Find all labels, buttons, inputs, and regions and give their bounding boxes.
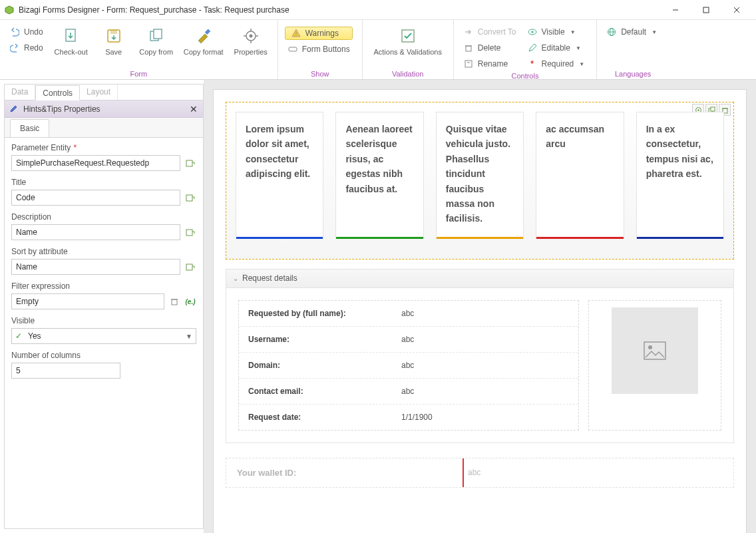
expression-editor-icon[interactable]: (e.) [184,295,196,307]
columns-input[interactable] [11,363,120,379]
save-button[interactable]: Save [93,23,135,56]
rename-button[interactable]: Rename [461,57,519,71]
svg-rect-41 [644,342,665,359]
tab-controls[interactable]: Controls [35,85,80,100]
svg-rect-33 [172,299,177,305]
ribbon-group-controls-label: Controls [459,71,591,80]
editable-dropdown[interactable]: Editable▼ [524,41,588,55]
titlebar: Bizagi Forms Designer - Form: Request_pu… [0,0,756,20]
svg-text:!: ! [295,31,297,37]
visible-select[interactable]: Yes [11,328,196,344]
description-input[interactable] [11,224,180,240]
svg-rect-32 [186,264,192,270]
svg-marker-0 [5,6,13,14]
form-page: Lorem ipsum dolor sit amet, consectetur … [213,89,747,533]
property-tab-basic[interactable]: Basic [10,119,49,137]
ribbon-group-languages-label: Languages [602,69,663,78]
check-icon [399,27,417,45]
sort-by-input[interactable] [11,259,180,275]
svg-point-42 [648,345,652,349]
svg-point-12 [249,35,252,38]
image-placeholder-box[interactable] [588,300,721,431]
window-minimize-button[interactable] [660,0,691,20]
table-row[interactable]: Username:abc [239,327,578,353]
undo-button[interactable]: Undo [7,25,46,39]
svg-rect-2 [703,7,709,13]
label-parameter-entity: Parameter Entity* [11,143,196,152]
required-dropdown[interactable]: *Required▼ [524,57,588,71]
wallet-id-field[interactable]: Your wallet ID: abc [226,458,734,488]
design-canvas[interactable]: Lorem ipsum dolor sit amet, consectetur … [204,80,756,533]
filter-expression-input[interactable]: Empty [11,293,164,309]
properties-title: Hints&Tips Properties [23,104,100,114]
copy-from-button[interactable]: Copy from [135,23,178,56]
attr-picker-icon[interactable] [184,192,196,204]
hint-card[interactable]: Lorem ipsum dolor sit amet, consectetur … [236,112,323,239]
svg-rect-20 [466,46,471,51]
details-table: Requested by (full name):abc Username:ab… [238,300,579,431]
checkout-button[interactable]: Check-out [50,23,93,56]
label-sort-by: Sort by attribute [11,247,196,256]
hints-tips-control[interactable]: Lorem ipsum dolor sit amet, consectetur … [226,102,734,260]
tab-data[interactable]: Data [5,85,35,100]
convert-to-button: Convert To [461,25,519,39]
form-buttons-toggle[interactable]: Form Buttons [285,43,353,56]
svg-rect-29 [186,160,192,166]
request-details-section: ⌄ Request details Requested by (full nam… [226,269,734,443]
warnings-toggle[interactable]: !Warnings [285,27,353,40]
visible-dropdown[interactable]: Visible▼ [524,25,588,39]
form-buttons-icon [287,44,298,55]
redo-icon [9,43,20,53]
section-header[interactable]: ⌄ Request details [226,269,733,288]
entity-picker-icon[interactable] [184,157,196,169]
ribbon-group-show-label: Show [284,69,357,78]
tab-layout[interactable]: Layout [80,85,118,100]
title-input[interactable] [11,190,180,206]
chevron-down-icon: ▼ [652,29,657,35]
image-placeholder-icon [612,307,698,394]
copy-format-button[interactable]: Copy format [178,23,230,56]
attr-picker-icon[interactable] [184,226,196,238]
language-dropdown[interactable]: Default▼ [604,25,660,39]
table-row[interactable]: Domain:abc [239,353,578,379]
hint-card[interactable]: ac accumsan arcu [536,112,624,239]
gear-icon [242,27,260,45]
attr-picker-icon[interactable] [184,261,196,273]
check-icon: ✓ [15,331,22,341]
table-row[interactable]: Requested by (full name):abc [239,301,578,327]
pencil-icon [527,43,538,53]
trash-icon[interactable] [168,295,180,307]
ribbon-group-validation-label: Validation [368,69,448,78]
undo-icon [9,27,20,37]
svg-rect-38 [711,107,715,111]
label-visible: Visible [11,316,196,325]
redo-button[interactable]: Redo [7,41,46,55]
actions-validations-button[interactable]: Actions & Validations [368,23,448,56]
properties-button[interactable]: Properties [230,23,272,56]
brush-icon [194,27,213,45]
svg-rect-9 [154,29,162,39]
table-row[interactable]: Contact email:abc [239,379,578,405]
copy-from-icon [147,27,166,45]
hint-card[interactable]: Aenean laoreet scelerisque risus, ac ege… [335,112,423,239]
delete-button[interactable]: Delete [461,41,519,55]
label-title: Title [11,178,196,187]
ribbon-group-form-label: Form [5,69,272,78]
globe-icon [606,27,617,37]
window-close-button[interactable] [721,0,752,20]
chevron-down-icon: ▼ [570,29,576,35]
svg-rect-10 [204,29,210,34]
window-title: Bizagi Forms Designer - Form: Request_pu… [19,5,289,15]
table-row[interactable]: Request date:1/1/1900 [239,405,578,430]
close-icon[interactable]: ✕ [190,104,198,114]
window-maximize-button[interactable] [691,0,721,20]
eye-icon [527,27,538,37]
property-tabs: Basic [5,118,203,138]
parameter-entity-input[interactable] [11,155,180,171]
hint-card[interactable]: Quisque vitae vehicula justo. Phasellus … [436,112,524,239]
warning-icon: ! [291,28,301,39]
chevron-down-icon: ▼ [579,61,584,67]
left-panel: Data Controls Layout Hints&Tips Properti… [4,84,204,529]
label-description: Description [11,212,196,222]
hint-card[interactable]: In a ex consectetur, tempus nisi ac, pha… [636,112,724,239]
